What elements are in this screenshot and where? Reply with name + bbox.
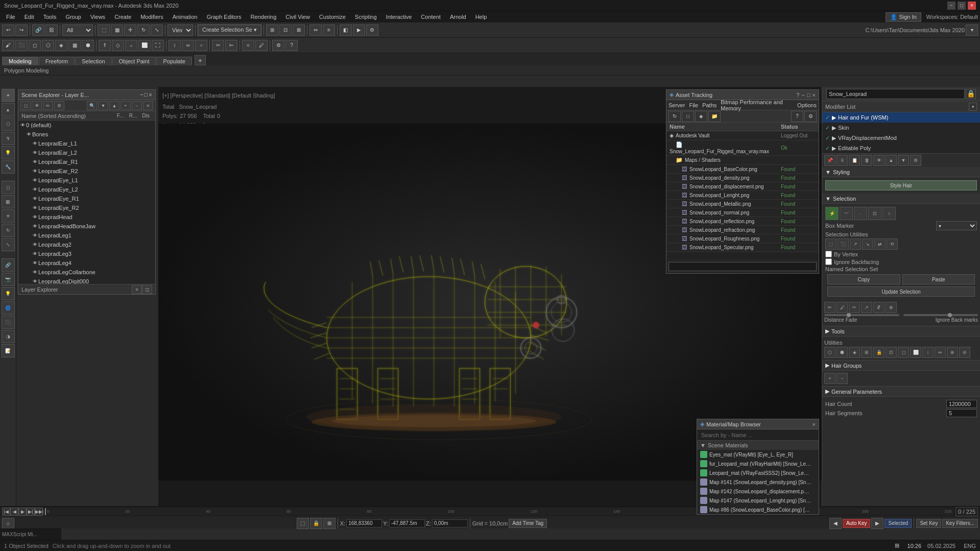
render-btn[interactable]: ▶ [353,25,365,36]
sel-util-1[interactable]: ⬚ [825,238,836,250]
sel-hair-btn[interactable]: ⚡ [825,207,839,220]
tree-eye-icon[interactable]: 👁 [33,279,37,284]
menu-content[interactable]: Content [417,13,445,21]
redo-btn[interactable]: ↪ [15,25,28,36]
sel-util-4[interactable]: ↘ [862,238,873,250]
scale-btn[interactable]: ⤡ [151,25,163,36]
modifier-vray-disp[interactable]: ✓ ▶ VRayDisplacementMod [822,133,980,143]
asset-tracking-restore[interactable]: □ [807,92,810,98]
rotate-side-btn[interactable]: ↻ [2,224,15,237]
asset-menu-bitmap-perf[interactable]: Bitmap Performance and Memory [721,99,793,111]
set-key-btn[interactable]: Set Key [916,519,941,528]
paint-deform-btn[interactable]: 🖊 [255,40,268,51]
ignore-back-slider[interactable] [903,314,978,316]
tree-eye-icon[interactable]: 👁 [33,205,37,210]
space-warp-btn[interactable]: 🌀 [2,301,15,315]
active-shade-btn[interactable]: ◑ [2,330,15,343]
tree-item[interactable]: 👁LeopradEye_R1 [18,194,155,203]
style-icon-1[interactable]: ✏ [824,302,835,313]
tree-item[interactable]: 👁LeopradLeg3 [18,249,155,258]
util-icon-2[interactable]: ⬢ [836,347,848,358]
util-icon-3[interactable]: ◈ [849,347,860,358]
named-sel-copy-btn[interactable]: Copy [827,274,900,284]
soft-sel-btn[interactable]: ≈ [242,40,254,51]
asset-table-row[interactable]: 🖼SnowLeopard_Lenght.pngFound [666,191,819,200]
tree-item[interactable]: 👁LeopradEye_R2 [18,203,155,212]
tree-eye-icon[interactable]: 👁 [33,260,37,266]
mod-icon-delete[interactable]: 🗑 [861,155,872,166]
selection-section-header[interactable]: ▼ Selection [822,194,980,204]
tree-eye-icon[interactable]: 👁 [33,196,37,201]
element-btn[interactable]: ⬢ [82,40,94,51]
move-side-btn[interactable]: ✛ [2,209,15,223]
cut-btn[interactable]: ✂ [212,40,224,51]
sel-lasso-btn[interactable]: ○ [882,207,896,220]
auto-key-btn[interactable]: Auto Key [843,519,871,528]
asset-table-row[interactable]: 🖼SnowLeopard_density.pngFound [666,174,819,182]
bottom-home-btn[interactable]: ⌂ [2,518,14,529]
y-coord-input[interactable] [389,519,425,528]
at-folder-btn[interactable]: 📁 [708,111,721,122]
tab-modeling[interactable]: Modeling [2,57,38,65]
swift-loop-btn[interactable]: ↕ [169,40,181,51]
asset-scrollbar[interactable] [667,253,818,259]
snap-btn[interactable]: ⊞ [266,25,278,36]
util-icon-5[interactable]: 🔒 [873,347,885,358]
asset-tracking-help[interactable]: ? [796,92,799,98]
tree-eye-icon[interactable]: 👁 [33,169,37,174]
tree-eye-icon[interactable]: 👁 [33,242,37,247]
modifier-checkbox-1[interactable]: ✓ [825,114,830,121]
asset-menu-options[interactable]: Options [797,102,817,108]
asset-menu-file[interactable]: File [689,102,698,108]
styling-section-header[interactable]: ▼ Styling [822,167,980,177]
menu-civil-view[interactable]: Civil View [281,13,314,21]
modifier-expand-2[interactable]: ▶ [832,125,836,131]
extrude-btn[interactable]: ⇑ [99,40,111,51]
timeline-play-btn[interactable]: ▶ [18,508,27,516]
mod-icon-move-up[interactable]: ▲ [886,155,897,166]
modifier-list-toggle-btn[interactable]: ▾ [969,103,977,111]
tab-freeform[interactable]: Freeform [39,57,75,65]
tree-eye-icon[interactable]: 👁 [20,123,25,128]
tree-item[interactable]: 👁LeopradEar_L2 [18,148,155,157]
unlink-btn[interactable]: ⛓ [45,25,58,36]
tree-item[interactable]: 👁LeopradLeg2 [18,240,155,249]
undo-btn[interactable]: ↩ [2,25,14,36]
tab-selection[interactable]: Selection [75,57,111,65]
util-icon-6[interactable]: ⊡ [886,347,897,358]
move-btn[interactable]: ✛ [124,25,136,36]
update-selection-btn[interactable]: Update Selection [827,286,975,297]
util-icon-1[interactable]: ⬡ [824,347,835,358]
tree-eye-icon[interactable]: 👁 [33,270,37,275]
object-lock-btn[interactable]: 🔒 [966,89,976,99]
material-item[interactable]: fur_Leopard_mat (VRayHairMtl) [Snow_Leop… [697,459,819,468]
util-icon-9[interactable]: ↕ [922,347,934,358]
modifier-checkbox-2[interactable]: ✓ [825,125,830,131]
tree-item[interactable]: 👁LeopradEar_L1 [18,139,155,148]
util-icon-12[interactable]: ⊘ [959,347,970,358]
asset-table-row[interactable]: 🖼SnowLeopard_reflection.pngFound [666,217,819,226]
mod-icon-move-down[interactable]: ▼ [898,155,909,166]
bridge-btn[interactable]: ⬜ [138,40,151,51]
tools-section-header[interactable]: ▶ Tools [822,326,980,337]
render-region-btn[interactable]: ⬛ [2,316,15,329]
x-coord-input[interactable] [346,519,382,528]
utilities-side-btn[interactable]: 🔧 [2,160,15,174]
style-icon-6[interactable]: ⊕ [886,302,897,313]
add-time-tag-btn[interactable]: Add Time Tag [509,519,547,528]
ignore-backfacing-checkbox[interactable] [825,258,832,265]
timeline-prev-btn[interactable]: ◀ [10,508,18,516]
mod-icon-copy[interactable]: ⎘ [836,155,848,166]
tree-eye-icon[interactable]: 👁 [33,178,37,183]
asset-menu-paths[interactable]: Paths [702,102,716,108]
asset-table-row[interactable]: 🖼SnowLeopard_displacement.pngFound [666,182,819,191]
sel-util-6[interactable]: ⟲ [887,238,898,250]
general-params-header[interactable]: ▶ General Parameters [822,387,980,397]
align-btn[interactable]: ≡ [323,25,335,36]
sel-strand-btn[interactable]: 〰 [840,207,853,220]
se-add-btn[interactable]: + [121,101,131,110]
mirror-btn[interactable]: ⇔ [309,25,322,36]
material-item[interactable]: Map #86 (SnowLeopard_BaseColor.png) [Sno… [697,505,819,514]
region-sel-btn[interactable]: ▦ [2,195,15,208]
se-find-btn[interactable]: 🔍 [87,101,97,110]
